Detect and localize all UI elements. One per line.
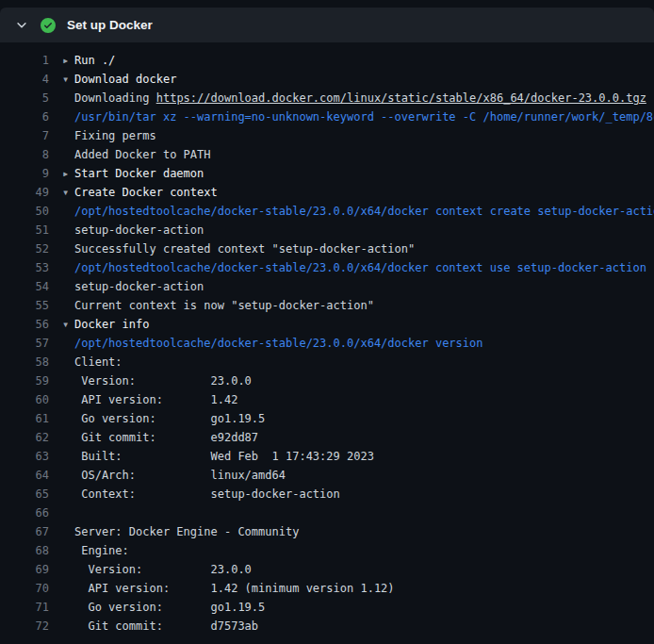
line-number[interactable]: 5 bbox=[0, 89, 49, 107]
line-content: Current context is now "setup-docker-act… bbox=[62, 299, 374, 312]
command-text: /opt/hostedtoolcache/docker-stable/23.0.… bbox=[74, 337, 482, 350]
log-text: Current context is now "setup-docker-act… bbox=[74, 299, 374, 312]
line-content: /opt/hostedtoolcache/docker-stable/23.0.… bbox=[62, 337, 482, 350]
log-text: Client: bbox=[74, 355, 123, 369]
log-group-row[interactable]: 1▸Run ./ bbox=[0, 51, 654, 70]
command-text: /opt/hostedtoolcache/docker-stable/23.0.… bbox=[74, 205, 654, 218]
line-number[interactable]: 1 bbox=[0, 51, 49, 70]
group-title: Docker info bbox=[74, 318, 149, 331]
log-line-row: 50/opt/hostedtoolcache/docker-stable/23.… bbox=[0, 202, 654, 221]
line-number[interactable]: 71 bbox=[0, 598, 49, 617]
log-text: Version: 23.0.0 bbox=[74, 563, 252, 576]
group-title: Create Docker context bbox=[74, 186, 218, 199]
log-text: Context: setup-docker-action bbox=[74, 487, 340, 501]
log-line-row: 63 Built: Wed Feb 1 17:43:29 2023 bbox=[0, 447, 654, 466]
line-content: Git commit: d7573ab bbox=[62, 619, 258, 633]
line-content: API version: 1.42 bbox=[62, 393, 237, 406]
line-number[interactable]: 69 bbox=[0, 560, 49, 579]
log-line-row: 7Fixing perms bbox=[0, 126, 654, 145]
log-line-row: 67Server: Docker Engine - Community bbox=[0, 522, 654, 541]
log-line-row: 68 Engine: bbox=[0, 541, 654, 560]
line-number[interactable]: 57 bbox=[0, 334, 49, 353]
line-content: ▾Download docker bbox=[62, 73, 176, 86]
group-title: Run ./ bbox=[74, 54, 115, 67]
log-text: Go version: go1.19.5 bbox=[74, 412, 265, 425]
triangle-right-icon[interactable]: ▸ bbox=[62, 51, 74, 70]
log-group-row[interactable]: 56▾Docker info bbox=[0, 315, 654, 334]
line-number[interactable]: 50 bbox=[0, 202, 49, 221]
log-text: setup-docker-action bbox=[74, 280, 204, 293]
triangle-down-icon[interactable]: ▾ bbox=[62, 183, 74, 202]
line-content: ▸Start Docker daemon bbox=[62, 167, 204, 180]
line-number[interactable]: 56 bbox=[0, 315, 49, 334]
line-number[interactable]: 8 bbox=[0, 145, 49, 164]
line-number[interactable]: 60 bbox=[0, 390, 49, 409]
command-text: /usr/bin/tar xz --warning=no-unknown-key… bbox=[74, 110, 654, 124]
line-content bbox=[62, 506, 74, 520]
line-number[interactable]: 6 bbox=[0, 107, 49, 126]
line-number[interactable]: 54 bbox=[0, 277, 49, 296]
line-content: Git commit: e92dd87 bbox=[62, 431, 258, 444]
line-content: Successfully created context "setup-dock… bbox=[62, 242, 415, 256]
line-number[interactable]: 7 bbox=[0, 126, 49, 145]
log-line-row: 60 API version: 1.42 bbox=[0, 390, 654, 409]
line-number[interactable]: 70 bbox=[0, 579, 49, 598]
log-text: Successfully created context "setup-dock… bbox=[74, 242, 415, 256]
log-link[interactable]: https://download.docker.com/linux/static… bbox=[156, 91, 646, 105]
step-header[interactable]: Set up Docker bbox=[0, 8, 654, 42]
line-content: Version: 23.0.0 bbox=[62, 563, 252, 576]
triangle-down-icon[interactable]: ▾ bbox=[62, 70, 74, 89]
log-text: Fixing perms bbox=[74, 129, 156, 142]
line-number[interactable]: 66 bbox=[0, 504, 49, 522]
triangle-right-icon[interactable]: ▸ bbox=[62, 164, 74, 183]
log-line-row: 55Current context is now "setup-docker-a… bbox=[0, 296, 654, 315]
line-number[interactable]: 51 bbox=[0, 221, 49, 239]
line-content: Fixing perms bbox=[62, 129, 156, 142]
line-number[interactable]: 9 bbox=[0, 164, 49, 183]
check-circle-icon bbox=[41, 18, 56, 33]
log-line-row: 51setup-docker-action bbox=[0, 221, 654, 239]
log-group-row[interactable]: 49▾Create Docker context bbox=[0, 183, 654, 202]
triangle-down-icon[interactable]: ▾ bbox=[62, 315, 74, 334]
line-content: Built: Wed Feb 1 17:43:29 2023 bbox=[62, 450, 374, 463]
line-content: Go version: go1.19.5 bbox=[62, 412, 265, 425]
line-number[interactable]: 62 bbox=[0, 428, 49, 447]
line-number[interactable]: 58 bbox=[0, 353, 49, 372]
line-number[interactable]: 61 bbox=[0, 409, 49, 428]
log-lines: 1▸Run ./4▾Download docker5Downloading ht… bbox=[0, 42, 654, 636]
log-text: Go version: go1.19.5 bbox=[74, 601, 265, 614]
log-text: Git commit: d7573ab bbox=[74, 619, 258, 633]
log-text: OS/Arch: linux/amd64 bbox=[74, 469, 286, 482]
line-number[interactable]: 59 bbox=[0, 372, 49, 390]
log-group-row[interactable]: 4▾Download docker bbox=[0, 70, 654, 89]
log-line-row: 66 bbox=[0, 504, 654, 522]
chevron-down-icon[interactable] bbox=[15, 19, 28, 32]
log-line-row: 64 OS/Arch: linux/amd64 bbox=[0, 466, 654, 485]
line-content: Version: 23.0.0 bbox=[62, 374, 252, 388]
line-number[interactable]: 64 bbox=[0, 466, 49, 485]
line-content: setup-docker-action bbox=[62, 280, 204, 293]
log-line-row: 69 Version: 23.0.0 bbox=[0, 560, 654, 579]
line-number[interactable]: 49 bbox=[0, 183, 49, 202]
line-number[interactable]: 53 bbox=[0, 258, 49, 277]
line-number[interactable]: 63 bbox=[0, 447, 49, 466]
line-content: Client: bbox=[62, 355, 123, 369]
line-number[interactable]: 72 bbox=[0, 617, 49, 636]
log-text: Built: Wed Feb 1 17:43:29 2023 bbox=[74, 450, 374, 463]
log-group-row[interactable]: 9▸Start Docker daemon bbox=[0, 164, 654, 183]
line-content: /usr/bin/tar xz --warning=no-unknown-key… bbox=[62, 110, 654, 124]
log-line-row: 53/opt/hostedtoolcache/docker-stable/23.… bbox=[0, 258, 654, 277]
log-text: Git commit: e92dd87 bbox=[74, 431, 258, 444]
line-number[interactable]: 67 bbox=[0, 522, 49, 541]
line-number[interactable]: 52 bbox=[0, 239, 49, 258]
line-number[interactable]: 68 bbox=[0, 541, 49, 560]
line-number[interactable]: 65 bbox=[0, 485, 49, 504]
log-text: API version: 1.42 bbox=[74, 393, 237, 406]
line-content: Added Docker to PATH bbox=[62, 148, 211, 161]
line-content: API version: 1.42 (minimum version 1.12) bbox=[62, 582, 395, 595]
line-number[interactable]: 55 bbox=[0, 296, 49, 315]
line-number[interactable]: 4 bbox=[0, 70, 49, 89]
log-line-row: 52Successfully created context "setup-do… bbox=[0, 239, 654, 258]
line-content: setup-docker-action bbox=[62, 223, 204, 237]
line-content: /opt/hostedtoolcache/docker-stable/23.0.… bbox=[62, 205, 654, 218]
